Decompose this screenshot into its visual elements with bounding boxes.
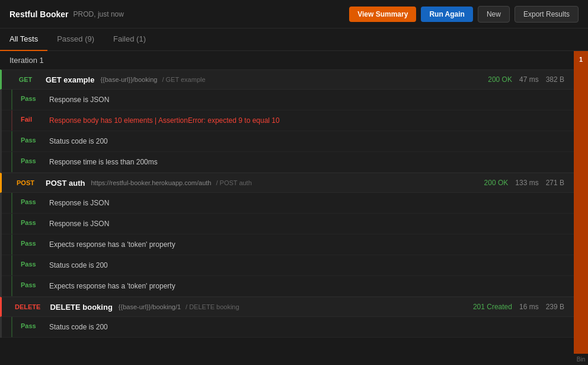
test-description-1-1: Response is JSON bbox=[49, 218, 109, 229]
request-url-2: {{base-url}}/booking/1 bbox=[119, 303, 181, 310]
request-time-1: 133 ms bbox=[515, 179, 538, 187]
test-row-0-2: PassStatus code is 200 bbox=[2, 131, 574, 152]
test-row-0-1: FailResponse body has 10 elements | Asse… bbox=[2, 110, 574, 131]
test-row-0-0: PassResponse is JSON bbox=[2, 90, 574, 110]
test-row-0-3: PassResponse time is less than 200ms bbox=[2, 152, 574, 173]
test-description-1-3: Status code is 200 bbox=[49, 260, 108, 271]
request-name-1: POST auth bbox=[46, 179, 85, 188]
tabs-bar: All Tests Passed (9) Failed (1) bbox=[0, 28, 588, 51]
test-description-1-4: Expects response has a 'token' property bbox=[49, 281, 175, 291]
test-description-1-0: Response is JSON bbox=[49, 198, 109, 208]
request-status-0: 200 OK bbox=[488, 75, 512, 84]
request-size-2: 239 B bbox=[546, 303, 564, 311]
test-results-content: Iteration 1 GETGET example{{base-url}}/b… bbox=[0, 51, 574, 365]
method-badge-2: DELETE bbox=[11, 302, 44, 312]
result-label-0-1: Fail bbox=[21, 115, 42, 123]
test-row-1-3: PassStatus code is 200 bbox=[2, 255, 574, 276]
request-name-2: DELETE booking bbox=[50, 303, 112, 312]
test-row-1-4: PassExpects response has a 'token' prope… bbox=[2, 276, 574, 297]
tab-passed[interactable]: Passed (9) bbox=[47, 28, 104, 51]
request-meta-0: 200 OK47 ms382 B bbox=[488, 75, 564, 84]
app-subtitle: PROD, just now bbox=[74, 10, 124, 18]
header: Restful Booker PROD, just now View Summa… bbox=[0, 0, 588, 28]
test-row-1-1: PassResponse is JSON bbox=[2, 214, 574, 234]
result-label-1-3: Pass bbox=[21, 260, 42, 268]
run-again-button[interactable]: Run Again bbox=[421, 7, 473, 22]
request-size-0: 382 B bbox=[546, 75, 564, 84]
request-url-0: {{base-url}}/booking bbox=[100, 76, 157, 83]
request-meta-1: 200 OK133 ms271 B bbox=[484, 179, 564, 187]
sidebar-counter: 1 bbox=[574, 51, 588, 365]
test-block-0: PassResponse is JSONFailResponse body ha… bbox=[0, 90, 574, 173]
method-badge-0: GET bbox=[11, 75, 40, 84]
request-meta-2: 201 Created16 ms239 B bbox=[473, 303, 564, 311]
app-title: Restful Booker bbox=[9, 9, 69, 19]
request-path-1: / POST auth bbox=[216, 179, 251, 186]
result-label-0-3: Pass bbox=[21, 157, 42, 164]
request-size-1: 271 B bbox=[546, 179, 564, 187]
test-row-2-0: PassStatus code is 200 bbox=[2, 317, 574, 338]
iteration-label: Iteration 1 bbox=[9, 56, 44, 65]
request-row-1[interactable]: POSTPOST authhttps://restful-booker.hero… bbox=[0, 173, 574, 193]
request-path-0: / GET example bbox=[162, 76, 205, 83]
request-status-1: 200 OK bbox=[484, 179, 509, 187]
main-content: Iteration 1 GETGET example{{base-url}}/b… bbox=[0, 51, 588, 365]
test-row-1-2: PassExpects response has a 'token' prope… bbox=[2, 234, 574, 255]
sidebar-count: 1 bbox=[579, 56, 583, 63]
result-label-0-2: Pass bbox=[21, 136, 42, 144]
tab-all-tests[interactable]: All Tests bbox=[0, 28, 47, 51]
result-label-0-0: Pass bbox=[21, 94, 42, 102]
test-description-2-0: Status code is 200 bbox=[49, 322, 108, 332]
request-name-0: GET example bbox=[46, 75, 94, 84]
bottom-bar: Bin bbox=[574, 354, 588, 365]
request-time-0: 47 ms bbox=[519, 75, 539, 84]
export-results-button[interactable]: Export Results bbox=[514, 6, 579, 23]
test-description-0-3: Response time is less than 200ms bbox=[49, 157, 158, 167]
method-badge-1: POST bbox=[11, 178, 40, 188]
request-path-2: / DELETE booking bbox=[186, 303, 239, 310]
result-label-1-4: Pass bbox=[21, 281, 42, 288]
result-label-2-0: Pass bbox=[21, 322, 42, 329]
view-summary-button[interactable]: View Summary bbox=[349, 7, 416, 22]
test-description-0-2: Status code is 200 bbox=[49, 136, 108, 147]
request-time-2: 16 ms bbox=[519, 303, 539, 311]
test-description-1-2: Expects response has a 'token' property bbox=[49, 239, 175, 250]
test-description-0-1: Response body has 10 elements | Assertio… bbox=[49, 115, 280, 126]
test-block-1: PassResponse is JSONPassResponse is JSON… bbox=[0, 193, 574, 297]
test-row-1-0: PassResponse is JSON bbox=[2, 193, 574, 214]
request-row-2[interactable]: DELETEDELETE booking{{base-url}}/booking… bbox=[0, 297, 574, 317]
result-label-1-0: Pass bbox=[21, 198, 42, 205]
test-block-2: PassStatus code is 200 bbox=[0, 317, 574, 338]
iteration-header: Iteration 1 bbox=[0, 51, 574, 69]
test-description-0-0: Response is JSON bbox=[49, 94, 109, 105]
new-button[interactable]: New bbox=[478, 6, 510, 23]
result-label-1-2: Pass bbox=[21, 239, 42, 247]
tab-failed[interactable]: Failed (1) bbox=[104, 28, 155, 51]
requests-container: GETGET example{{base-url}}/booking/ GET … bbox=[0, 69, 574, 338]
request-row-0[interactable]: GETGET example{{base-url}}/booking/ GET … bbox=[0, 69, 574, 90]
request-url-1: https://restful-booker.herokuapp.com/aut… bbox=[91, 179, 211, 186]
bottom-label: Bin bbox=[577, 356, 585, 363]
request-status-2: 201 Created bbox=[473, 303, 512, 311]
result-label-1-1: Pass bbox=[21, 218, 42, 226]
